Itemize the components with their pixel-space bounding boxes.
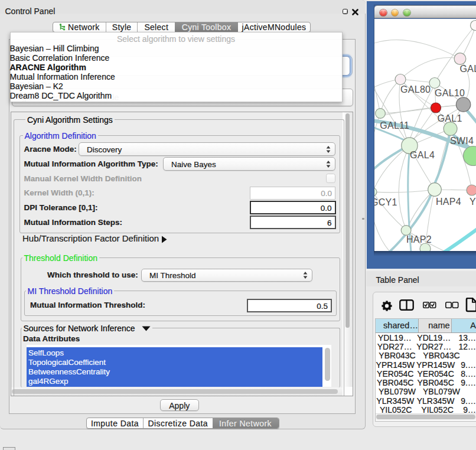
svg-text:HAP2: HAP2 <box>406 234 432 244</box>
svg-text:GAL: GAL <box>460 64 476 74</box>
svg-text:SWI4: SWI4 <box>450 136 474 146</box>
svg-text:GAL4: GAL4 <box>410 150 435 160</box>
svg-text:Y: Y <box>470 197 476 207</box>
svg-text:GCY1: GCY1 <box>374 197 397 207</box>
svg-text:HAP4: HAP4 <box>436 197 461 207</box>
svg-text:GAL10: GAL10 <box>435 88 465 98</box>
svg-text:GAL80: GAL80 <box>400 84 431 94</box>
svg-text:GAL11: GAL11 <box>380 120 409 131</box>
svg-text:GAL1: GAL1 <box>438 113 462 123</box>
